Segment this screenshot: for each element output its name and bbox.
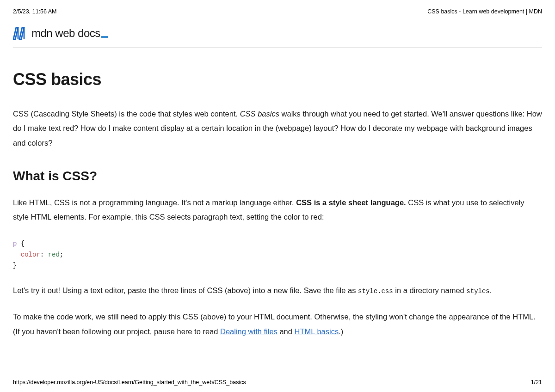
link-html-basics[interactable]: HTML basics xyxy=(295,327,339,336)
para1-text-1: Like HTML, CSS is not a programming lang… xyxy=(13,198,296,207)
print-header: 2/5/23, 11:56 AM CSS basics - Learn web … xyxy=(0,0,555,18)
logo-text: mdn web docs xyxy=(31,27,108,40)
code-line-1: p { xyxy=(13,239,542,250)
section1-para2: Let's try it out! Using a text editor, p… xyxy=(13,283,542,298)
code-brace-open: { xyxy=(17,240,25,247)
para3-text-mid: and xyxy=(278,327,295,336)
content-area: mdn web docs CSS basics CSS (Cascading S… xyxy=(0,18,555,339)
footer-page-number: 1/21 xyxy=(531,379,542,386)
section-heading-what-is-css: What is CSS? xyxy=(13,169,542,184)
code-line-2: color: red; xyxy=(13,250,542,261)
print-footer: https://developer.mozilla.org/en-US/docs… xyxy=(13,379,542,386)
code-property: color xyxy=(21,251,40,258)
section1-para3: To make the code work, we still need to … xyxy=(13,310,542,339)
code-semicolon: ; xyxy=(60,251,63,258)
code-colon: : xyxy=(40,251,48,258)
link-dealing-with-files[interactable]: Dealing with files xyxy=(220,327,278,336)
para2-text-2: in a directory named xyxy=(393,286,467,294)
section1-para1: Like HTML, CSS is not a programming lang… xyxy=(13,196,542,225)
mdn-logo-icon xyxy=(13,27,28,40)
print-datetime: 2/5/23, 11:56 AM xyxy=(13,8,57,15)
code-value: red xyxy=(48,251,60,258)
code-example-css: p { color: red; } xyxy=(13,239,542,271)
logo-underscore-icon xyxy=(101,36,108,38)
logo-brand-label: mdn web docs xyxy=(31,27,100,39)
para2-text-3: . xyxy=(490,286,492,294)
intro-text-1: CSS (Cascading Style Sheets) is the code… xyxy=(13,110,240,118)
site-logo[interactable]: mdn web docs xyxy=(13,27,542,48)
para3-text-end: .) xyxy=(339,327,343,336)
para2-text-1: Let's try it out! Using a text editor, p… xyxy=(13,286,358,294)
print-page-title: CSS basics - Learn web development | MDN xyxy=(427,8,542,15)
para1-bold: CSS is a style sheet language. xyxy=(296,198,406,207)
intro-italic: CSS basics xyxy=(240,110,279,118)
footer-url: https://developer.mozilla.org/en-US/docs… xyxy=(13,379,246,386)
inline-code-styles: styles xyxy=(466,288,489,295)
inline-code-stylecss: style.css xyxy=(358,288,393,295)
code-line-3: } xyxy=(13,260,542,271)
intro-paragraph: CSS (Cascading Style Sheets) is the code… xyxy=(13,107,542,150)
page-title: CSS basics xyxy=(13,70,542,89)
